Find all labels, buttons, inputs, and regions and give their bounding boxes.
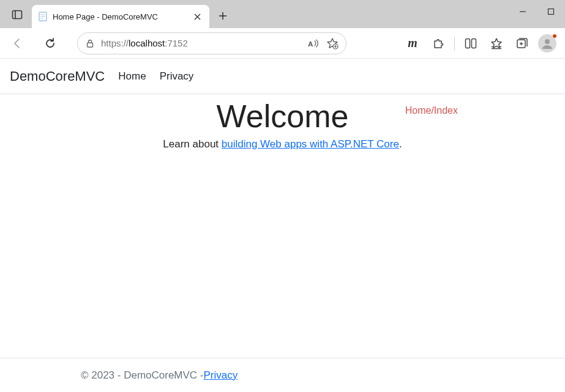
svg-rect-0 <box>13 11 22 19</box>
favorites-icon[interactable] <box>484 32 509 54</box>
url-text: https://localhost:7152 <box>101 38 302 48</box>
nav-link-home[interactable]: Home <box>118 70 146 83</box>
browser-tab-strip: Home Page - DemoCoreMVC <box>0 0 565 28</box>
back-button[interactable] <box>6 32 28 54</box>
lead-suffix: . <box>399 138 402 150</box>
minimize-button[interactable] <box>509 0 537 23</box>
extensions-icon[interactable] <box>426 32 451 54</box>
lead-text: Learn about building Web apps with ASP.N… <box>0 138 565 150</box>
svg-point-25 <box>545 39 550 44</box>
page-content: Home/Index Welcome Learn about building … <box>0 94 565 358</box>
nav-link-privacy[interactable]: Privacy <box>160 70 194 83</box>
route-annotation: Home/Index <box>405 105 458 116</box>
toolbar-right: m <box>400 32 559 54</box>
page-viewport: DemoCoreMVC Home Privacy Home/Index Welc… <box>0 59 565 392</box>
window-controls <box>509 0 565 23</box>
svg-rect-18 <box>472 39 476 48</box>
tab-actions-icon[interactable] <box>5 2 29 27</box>
site-footer: © 2023 - DemoCoreMVC - Privacy <box>0 358 565 392</box>
close-tab-button[interactable] <box>191 10 203 23</box>
footer-text: © 2023 - DemoCoreMVC - <box>81 369 204 382</box>
lead-link[interactable]: building Web apps with ASP.NET Core <box>222 138 399 150</box>
split-screen-icon[interactable] <box>458 32 483 54</box>
maximize-button[interactable] <box>537 0 565 23</box>
hero-section: Welcome Learn about building Web apps wi… <box>0 98 565 150</box>
lead-prefix: Learn about <box>163 138 221 150</box>
profile-avatar[interactable] <box>538 34 556 53</box>
page-title: Welcome <box>0 98 565 135</box>
browser-tab[interactable]: Home Page - DemoCoreMVC <box>32 5 209 28</box>
svg-text:A: A <box>308 39 313 48</box>
browser-tab-title: Home Page - DemoCoreMVC <box>53 12 186 21</box>
page-favicon <box>38 12 48 21</box>
collections-icon[interactable] <box>510 32 534 54</box>
refresh-button[interactable] <box>39 32 61 54</box>
browser-toolbar: https://localhost:7152 A m <box>0 28 565 59</box>
site-navbar: DemoCoreMVC Home Privacy <box>0 59 565 94</box>
address-bar[interactable]: https://localhost:7152 A <box>77 32 346 54</box>
add-favorite-icon[interactable] <box>326 37 339 50</box>
footer-privacy-link[interactable]: Privacy <box>204 369 238 382</box>
new-tab-button[interactable] <box>213 6 233 26</box>
m-extension-icon[interactable]: m <box>400 32 425 54</box>
svg-rect-11 <box>548 9 554 15</box>
svg-rect-12 <box>88 43 93 47</box>
brand-link[interactable]: DemoCoreMVC <box>10 68 105 84</box>
svg-rect-17 <box>466 39 470 48</box>
notification-dot-icon <box>552 34 557 39</box>
site-lock-icon[interactable] <box>85 39 95 48</box>
toolbar-divider <box>454 37 455 50</box>
read-aloud-icon[interactable]: A <box>308 38 320 49</box>
